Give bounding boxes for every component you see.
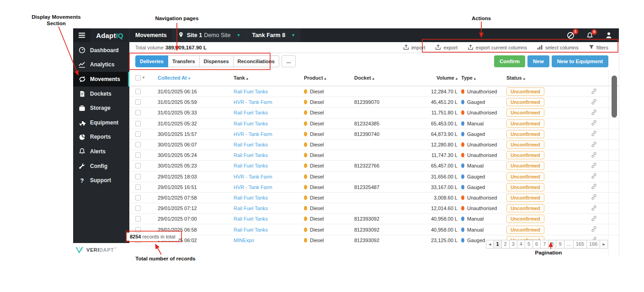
select-all-checkbox[interactable] [135, 75, 141, 81]
column-header-collected-at[interactable]: Collected At▾ [151, 75, 227, 81]
pagination-page-1[interactable]: 1 [494, 240, 501, 249]
sidebar-item-config[interactable]: Config [73, 159, 129, 173]
row-checkbox[interactable] [135, 110, 141, 115]
pagination-page-9[interactable]: 9 [556, 240, 564, 249]
sidebar-item-reports[interactable]: Reports [73, 130, 129, 145]
import-button[interactable]: import [403, 44, 426, 51]
column-header-volume[interactable]: Volume▴ [416, 75, 458, 81]
pagination-page-7[interactable]: 7 [541, 240, 548, 249]
user-icon[interactable] [605, 32, 612, 39]
tank-link[interactable]: Rail Fuel Tanks [234, 89, 268, 94]
column-header-docket[interactable]: Docket▴ [348, 75, 416, 81]
new-button[interactable]: New [527, 55, 549, 67]
filters-button[interactable]: filters [589, 44, 608, 51]
link-icon[interactable] [591, 194, 597, 200]
tank-link[interactable]: Rail Fuel Tanks [234, 121, 268, 126]
export-button[interactable]: export [435, 44, 458, 51]
confirm-button[interactable]: Confirm [494, 55, 525, 67]
tank-link[interactable]: Rail Fuel Tanks [234, 216, 268, 222]
select-dropdown-icon[interactable]: ▾ [143, 76, 144, 80]
tab-deliveries[interactable]: Deliveries [135, 55, 168, 67]
tank-link[interactable]: HVR - Tank Farm [234, 131, 272, 137]
row-checkbox[interactable] [135, 142, 141, 147]
tabs-more-button[interactable]: ... [282, 55, 296, 67]
tank-link[interactable]: Rail Fuel Tanks [234, 110, 268, 115]
row-checkbox[interactable] [135, 174, 141, 179]
tank-link[interactable]: Rail Fuel Tanks [234, 205, 268, 211]
row-checkbox[interactable] [135, 131, 141, 137]
row-checkbox[interactable] [135, 227, 141, 233]
link-icon[interactable] [591, 109, 597, 115]
link-icon[interactable] [591, 226, 597, 232]
bell-icon[interactable]: 5 [586, 32, 593, 39]
tab-reconciliations[interactable]: Reconciliations [234, 55, 279, 67]
link-icon[interactable] [591, 88, 597, 94]
row-checkbox[interactable] [135, 184, 141, 190]
link-slash-icon[interactable]: 1 [567, 32, 575, 39]
tab-transfers[interactable]: Transfers [168, 55, 200, 67]
row-checkbox[interactable] [135, 216, 141, 222]
sidebar-item-dashboard[interactable]: Dashboard [73, 43, 129, 58]
new-to-equipment-button[interactable]: New to Equipment [552, 55, 608, 67]
sidebar-item-analytics[interactable]: Analytics [73, 58, 129, 72]
link-icon[interactable] [591, 152, 597, 158]
link-icon[interactable] [591, 99, 597, 105]
tank-link[interactable]: HVR - Tank Farm [234, 99, 272, 105]
pagination-page-5[interactable]: 5 [525, 240, 533, 249]
pagination-page-3[interactable]: 3 [510, 240, 517, 249]
tab-dispenses[interactable]: Dispenses [200, 55, 234, 67]
row-checkbox[interactable] [135, 99, 141, 105]
tank-link[interactable]: MINExpo [234, 238, 254, 243]
sidebar-item-alerts[interactable]: Alerts [73, 144, 129, 159]
tank-link[interactable]: HVR - Tank Farm [234, 184, 272, 190]
column-header-type[interactable]: Type▴ [458, 75, 506, 81]
pagination-prev-button[interactable]: ◂ [486, 240, 494, 249]
hamburger-menu-button[interactable] [73, 28, 90, 42]
link-icon[interactable] [591, 184, 597, 189]
tank-link[interactable]: Rail Fuel Tanks [234, 152, 268, 158]
column-header-status[interactable]: Status▴ [506, 75, 577, 81]
pagination-ellipsis[interactable]: ... [564, 240, 574, 249]
pagination-page-6[interactable]: 6 [533, 240, 541, 249]
row-checkbox[interactable] [135, 89, 141, 94]
sidebar-item-dockets[interactable]: Dockets [73, 87, 129, 101]
select-columns-button[interactable]: select columns [537, 44, 579, 51]
tank-link[interactable]: Rail Fuel Tanks [234, 195, 268, 200]
column-header-tank[interactable]: Tank▴ [227, 75, 298, 81]
pagination-page-166[interactable]: 166 [587, 240, 600, 249]
pagination-page-4[interactable]: 4 [517, 240, 525, 249]
row-checkbox[interactable] [135, 163, 141, 168]
export-current-columns-button[interactable]: export current columns [468, 44, 527, 51]
link-icon[interactable] [591, 173, 597, 179]
sidebar-item-movements[interactable]: Movements [73, 72, 129, 87]
tank-link[interactable]: Rail Fuel Tanks [234, 163, 268, 168]
pagination-page-8[interactable]: 8 [548, 240, 556, 249]
row-checkbox[interactable] [135, 205, 141, 211]
tank-link[interactable]: HVR - Tank Farm [234, 174, 272, 179]
sidebar-item-storage[interactable]: Storage [73, 101, 129, 115]
docket-cell: 812325487 [348, 184, 416, 190]
site-selector[interactable]: Site 1Demo Site ▼ [172, 28, 246, 42]
link-icon[interactable] [591, 141, 597, 147]
row-checkbox[interactable] [135, 121, 141, 126]
link-icon[interactable] [591, 205, 597, 211]
area-selector[interactable]: Tank Farm 8 ▼ [246, 28, 301, 42]
type-label: Unauthorised [467, 110, 497, 115]
row-checkbox[interactable] [135, 152, 141, 158]
tank-link[interactable]: Rail Fuel Tanks [234, 142, 268, 147]
link-icon[interactable] [591, 162, 597, 168]
table-scrollbar[interactable] [612, 76, 617, 118]
link-icon[interactable] [591, 216, 597, 222]
tank-link[interactable]: Rail Fuel Tanks [234, 227, 268, 233]
link-icon[interactable] [591, 130, 597, 136]
sidebar-item-support[interactable]: ? Support [73, 173, 129, 188]
docket-cell: 812399070 [348, 99, 416, 105]
pagination-page-165[interactable]: 165 [574, 240, 587, 249]
row-checkbox[interactable] [135, 195, 141, 200]
sidebar-item-equipment[interactable]: Equipment [73, 115, 129, 130]
link-icon[interactable] [591, 120, 597, 126]
pagination-page-2[interactable]: 2 [502, 240, 510, 249]
pagination-next-button[interactable]: ▸ [600, 240, 608, 249]
volume-cell: 12,280.80 L [416, 142, 458, 147]
column-header-product[interactable]: Product▴ [298, 75, 348, 81]
